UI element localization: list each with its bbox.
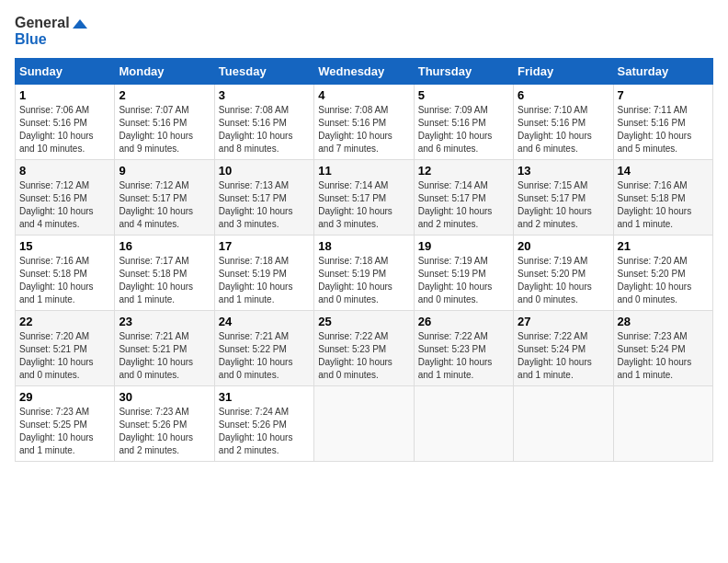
day-info: Sunrise: 7:22 AM Sunset: 5:23 PM Dayligh…: [418, 330, 509, 382]
calendar-cell: 19 Sunrise: 7:19 AM Sunset: 5:19 PM Dayl…: [414, 236, 513, 311]
day-number: 17: [219, 239, 310, 253]
day-number: 25: [318, 315, 409, 328]
calendar-cell: [514, 386, 613, 462]
page-header: General Blue: [15, 15, 713, 47]
calendar-cell: 8 Sunrise: 7:12 AM Sunset: 5:16 PM Dayli…: [16, 160, 115, 236]
calendar-cell: 15 Sunrise: 7:16 AM Sunset: 5:18 PM Dayl…: [16, 236, 115, 311]
weekday-header-monday: Monday: [115, 59, 214, 85]
weekday-header-friday: Friday: [514, 59, 613, 85]
weekday-header-wednesday: Wednesday: [314, 59, 414, 85]
calendar-week-row: 1 Sunrise: 7:06 AM Sunset: 5:16 PM Dayli…: [16, 85, 713, 160]
day-number: 2: [119, 88, 210, 102]
calendar-cell: 6 Sunrise: 7:10 AM Sunset: 5:16 PM Dayli…: [514, 85, 613, 160]
day-number: 6: [518, 88, 609, 102]
weekday-header-row: SundayMondayTuesdayWednesdayThursdayFrid…: [16, 59, 713, 85]
day-number: 27: [518, 315, 609, 328]
calendar-cell: 13 Sunrise: 7:15 AM Sunset: 5:17 PM Dayl…: [514, 160, 613, 236]
day-info: Sunrise: 7:09 AM Sunset: 5:16 PM Dayligh…: [418, 104, 509, 155]
calendar-cell: 22 Sunrise: 7:20 AM Sunset: 5:21 PM Dayl…: [16, 311, 115, 386]
day-info: Sunrise: 7:21 AM Sunset: 5:21 PM Dayligh…: [119, 330, 210, 382]
day-number: 26: [418, 315, 509, 328]
calendar-cell: 14 Sunrise: 7:16 AM Sunset: 5:18 PM Dayl…: [613, 160, 712, 236]
calendar-cell: 5 Sunrise: 7:09 AM Sunset: 5:16 PM Dayli…: [414, 85, 513, 160]
weekday-header-tuesday: Tuesday: [214, 59, 313, 85]
calendar-cell: 2 Sunrise: 7:07 AM Sunset: 5:16 PM Dayli…: [115, 85, 214, 160]
calendar-cell: 29 Sunrise: 7:23 AM Sunset: 5:25 PM Dayl…: [16, 386, 115, 462]
day-number: 30: [119, 390, 210, 404]
day-number: 29: [19, 390, 110, 404]
calendar-cell: 27 Sunrise: 7:22 AM Sunset: 5:24 PM Dayl…: [514, 311, 613, 386]
calendar-cell: [314, 386, 414, 462]
day-info: Sunrise: 7:08 AM Sunset: 5:16 PM Dayligh…: [318, 104, 409, 155]
day-info: Sunrise: 7:23 AM Sunset: 5:25 PM Dayligh…: [19, 406, 110, 457]
day-info: Sunrise: 7:12 AM Sunset: 5:17 PM Dayligh…: [119, 179, 210, 231]
day-number: 4: [318, 88, 409, 102]
day-info: Sunrise: 7:06 AM Sunset: 5:16 PM Dayligh…: [19, 104, 110, 155]
calendar-cell: 12 Sunrise: 7:14 AM Sunset: 5:17 PM Dayl…: [414, 160, 513, 236]
day-info: Sunrise: 7:07 AM Sunset: 5:16 PM Dayligh…: [119, 104, 210, 155]
calendar-cell: 1 Sunrise: 7:06 AM Sunset: 5:16 PM Dayli…: [16, 85, 115, 160]
calendar-cell: [414, 386, 513, 462]
calendar-cell: 30 Sunrise: 7:23 AM Sunset: 5:26 PM Dayl…: [115, 386, 214, 462]
day-number: 19: [418, 239, 509, 253]
day-number: 23: [119, 315, 210, 328]
calendar-week-row: 15 Sunrise: 7:16 AM Sunset: 5:18 PM Dayl…: [16, 236, 713, 311]
calendar-cell: 31 Sunrise: 7:24 AM Sunset: 5:26 PM Dayl…: [214, 386, 313, 462]
day-info: Sunrise: 7:18 AM Sunset: 5:19 PM Dayligh…: [318, 255, 409, 306]
day-number: 14: [618, 164, 709, 178]
calendar-cell: 9 Sunrise: 7:12 AM Sunset: 5:17 PM Dayli…: [115, 160, 214, 236]
day-number: 9: [119, 164, 210, 178]
day-info: Sunrise: 7:11 AM Sunset: 5:16 PM Dayligh…: [618, 104, 709, 155]
calendar-cell: 21 Sunrise: 7:20 AM Sunset: 5:20 PM Dayl…: [613, 236, 712, 311]
logo-container: General Blue: [15, 15, 87, 47]
calendar-cell: 26 Sunrise: 7:22 AM Sunset: 5:23 PM Dayl…: [414, 311, 513, 386]
day-info: Sunrise: 7:08 AM Sunset: 5:16 PM Dayligh…: [219, 104, 310, 155]
day-number: 22: [19, 315, 110, 328]
day-number: 16: [119, 239, 210, 253]
day-info: Sunrise: 7:14 AM Sunset: 5:17 PM Dayligh…: [318, 179, 409, 231]
calendar-cell: 28 Sunrise: 7:23 AM Sunset: 5:24 PM Dayl…: [613, 311, 712, 386]
calendar-cell: 11 Sunrise: 7:14 AM Sunset: 5:17 PM Dayl…: [314, 160, 414, 236]
day-info: Sunrise: 7:16 AM Sunset: 5:18 PM Dayligh…: [618, 179, 709, 231]
calendar-week-row: 29 Sunrise: 7:23 AM Sunset: 5:25 PM Dayl…: [16, 386, 713, 462]
day-info: Sunrise: 7:19 AM Sunset: 5:20 PM Dayligh…: [518, 255, 609, 306]
logo: General Blue: [15, 15, 87, 47]
calendar-table: SundayMondayTuesdayWednesdayThursdayFrid…: [15, 58, 713, 462]
logo-blue: Blue: [15, 31, 87, 48]
calendar-cell: 10 Sunrise: 7:13 AM Sunset: 5:17 PM Dayl…: [214, 160, 313, 236]
day-info: Sunrise: 7:23 AM Sunset: 5:24 PM Dayligh…: [618, 330, 709, 382]
day-number: 1: [19, 88, 110, 102]
calendar-cell: 18 Sunrise: 7:18 AM Sunset: 5:19 PM Dayl…: [314, 236, 414, 311]
day-info: Sunrise: 7:17 AM Sunset: 5:18 PM Dayligh…: [119, 255, 210, 306]
day-info: Sunrise: 7:23 AM Sunset: 5:26 PM Dayligh…: [119, 406, 210, 457]
day-number: 8: [19, 164, 110, 178]
day-info: Sunrise: 7:20 AM Sunset: 5:21 PM Dayligh…: [19, 330, 110, 382]
day-info: Sunrise: 7:13 AM Sunset: 5:17 PM Dayligh…: [219, 179, 310, 231]
calendar-week-row: 8 Sunrise: 7:12 AM Sunset: 5:16 PM Dayli…: [16, 160, 713, 236]
day-number: 18: [318, 239, 409, 253]
day-info: Sunrise: 7:15 AM Sunset: 5:17 PM Dayligh…: [518, 179, 609, 231]
day-number: 21: [618, 239, 709, 253]
day-info: Sunrise: 7:14 AM Sunset: 5:17 PM Dayligh…: [418, 179, 509, 231]
day-info: Sunrise: 7:22 AM Sunset: 5:24 PM Dayligh…: [518, 330, 609, 382]
day-number: 11: [318, 164, 409, 178]
day-info: Sunrise: 7:19 AM Sunset: 5:19 PM Dayligh…: [418, 255, 509, 306]
day-number: 10: [219, 164, 310, 178]
day-number: 12: [418, 164, 509, 178]
weekday-header-thursday: Thursday: [414, 59, 513, 85]
day-info: Sunrise: 7:21 AM Sunset: 5:22 PM Dayligh…: [219, 330, 310, 382]
day-number: 31: [219, 390, 310, 404]
calendar-cell: [613, 386, 712, 462]
calendar-week-row: 22 Sunrise: 7:20 AM Sunset: 5:21 PM Dayl…: [16, 311, 713, 386]
calendar-cell: 20 Sunrise: 7:19 AM Sunset: 5:20 PM Dayl…: [514, 236, 613, 311]
day-info: Sunrise: 7:24 AM Sunset: 5:26 PM Dayligh…: [219, 406, 310, 457]
day-number: 3: [219, 88, 310, 102]
calendar-cell: 24 Sunrise: 7:21 AM Sunset: 5:22 PM Dayl…: [214, 311, 313, 386]
logo-general: General: [15, 15, 87, 31]
calendar-cell: 4 Sunrise: 7:08 AM Sunset: 5:16 PM Dayli…: [314, 85, 414, 160]
calendar-cell: 25 Sunrise: 7:22 AM Sunset: 5:23 PM Dayl…: [314, 311, 414, 386]
day-info: Sunrise: 7:12 AM Sunset: 5:16 PM Dayligh…: [19, 179, 110, 231]
day-info: Sunrise: 7:22 AM Sunset: 5:23 PM Dayligh…: [318, 330, 409, 382]
day-info: Sunrise: 7:18 AM Sunset: 5:19 PM Dayligh…: [219, 255, 310, 306]
day-info: Sunrise: 7:20 AM Sunset: 5:20 PM Dayligh…: [618, 255, 709, 306]
